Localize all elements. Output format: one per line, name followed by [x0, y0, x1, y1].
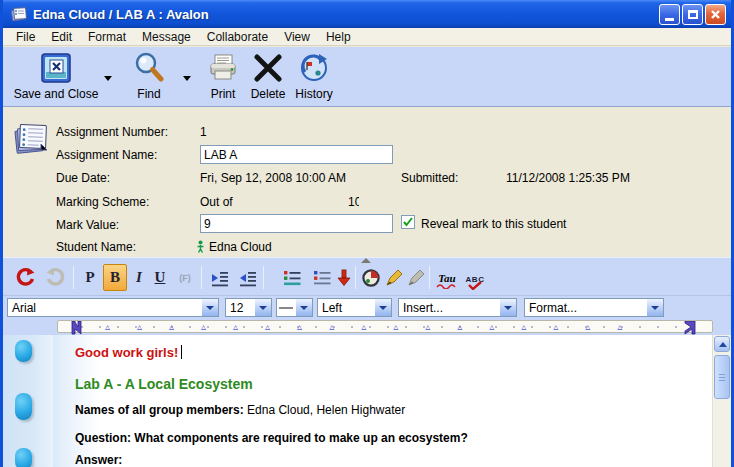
save-and-close-label: Save and Close [8, 87, 104, 101]
marking-scheme-value: Out of [200, 195, 233, 209]
assignment-notes-icon [11, 120, 51, 158]
insert-dropdown-icon [499, 299, 516, 316]
reveal-mark-label: Reveal mark to this student [421, 217, 566, 231]
italic-button[interactable]: I [129, 264, 149, 291]
history-icon [290, 49, 338, 87]
left-margin-marker[interactable] [71, 321, 83, 335]
student-person-icon [196, 240, 205, 253]
delete-icon [247, 49, 289, 87]
print-icon [200, 49, 246, 87]
window-title: Edna Cloud / LAB A : Avalon [33, 7, 209, 22]
assignment-name-input[interactable] [200, 145, 393, 164]
main-toolbar: Save and Close Find [3, 47, 731, 107]
save-options-dropdown[interactable] [102, 71, 114, 85]
answer-line: Answer: [75, 453, 122, 467]
font-size-select[interactable]: 12 [225, 298, 272, 317]
indent-increase-button[interactable] [207, 264, 233, 291]
menu-item-help[interactable]: Help [318, 30, 359, 44]
print-button[interactable]: Print [200, 49, 246, 105]
underline-button[interactable]: U [149, 264, 171, 291]
stationery-gem [15, 448, 32, 467]
font-color-select[interactable] [276, 298, 313, 317]
question-line: Question: What components are required t… [75, 431, 468, 445]
alignment-select[interactable]: Left [317, 298, 392, 317]
plain-style-button[interactable]: P [79, 264, 101, 291]
assignment-name-label: Assignment Name: [56, 148, 157, 162]
history-button[interactable]: History [290, 49, 338, 105]
teacher-comment: Good work girls! [75, 345, 182, 360]
gray-pen-icon [407, 268, 426, 287]
fixed-size-button[interactable]: (F) [171, 264, 199, 291]
insert-below-button[interactable] [334, 264, 354, 291]
scrollbar-thumb[interactable] [714, 355, 730, 399]
vertical-scrollbar[interactable] [712, 335, 731, 467]
minimize-icon [665, 18, 674, 21]
style-combo-bar: Arial 12 Left Insert... Format... [3, 296, 731, 319]
save-and-close-button[interactable]: Save and Close [8, 49, 104, 105]
menu-item-edit[interactable]: Edit [43, 30, 80, 44]
insert-signature-button[interactable]: Tau [433, 264, 461, 291]
menu-item-file[interactable]: File [8, 30, 43, 44]
format-select[interactable]: Format... [524, 298, 664, 317]
message-body-editor[interactable]: Good work girls! Lab A - A Local Ecosyst… [3, 335, 731, 467]
print-label: Print [200, 87, 246, 101]
stationery-gem [15, 340, 32, 362]
scroll-up-button[interactable] [714, 336, 730, 352]
right-margin-marker[interactable] [683, 321, 696, 335]
close-button[interactable] [705, 4, 726, 25]
menu-item-view[interactable]: View [276, 30, 318, 44]
assignment-form: Assignment Number: 1 Assignment Name: Du… [3, 108, 731, 257]
font-family-dropdown-icon [201, 299, 218, 316]
ruler-tab-stops[interactable]: ▵▵▵▵▵▵▵▵▵▵▵▵▵▵▵▵▵ [105, 320, 700, 333]
reveal-mark-checkbox[interactable] [401, 215, 415, 229]
undo-button[interactable] [12, 264, 38, 291]
submitted-label: Submitted: [401, 171, 458, 185]
quote-button[interactable] [383, 264, 405, 291]
due-date-label: Due Date: [56, 171, 110, 185]
delete-button[interactable]: Delete [247, 49, 289, 105]
menu-item-message[interactable]: Message [134, 30, 199, 44]
formatting-toolbar: P B I U (F) [3, 257, 731, 296]
spellcheck-button[interactable]: ABC [461, 264, 489, 291]
font-family-select[interactable]: Arial [7, 298, 219, 317]
embed-object-button[interactable] [359, 264, 383, 291]
bold-button[interactable]: B [103, 264, 127, 291]
marking-scheme-out-of-value: 10 [348, 195, 359, 209]
alignment-value: Left [318, 301, 374, 315]
indent-decrease-button[interactable] [235, 264, 261, 291]
save-and-close-icon [8, 49, 104, 87]
font-size-dropdown-icon [254, 299, 271, 316]
menu-item-collaborate[interactable]: Collaborate [199, 30, 276, 44]
toolbar-collapse-handle[interactable] [361, 258, 371, 263]
maximize-button[interactable] [682, 4, 703, 25]
bulleted-list-button[interactable] [279, 264, 305, 291]
redo-icon [45, 267, 66, 288]
menu-item-format[interactable]: Format [80, 30, 134, 44]
undo-icon [15, 267, 36, 288]
mark-value-label: Mark Value: [56, 218, 119, 232]
close-icon [710, 9, 721, 20]
stationery-gem [15, 393, 32, 420]
checkmark-icon [402, 216, 414, 228]
unquote-button[interactable] [405, 264, 427, 291]
find-button[interactable]: Find [122, 49, 176, 105]
alignment-dropdown-icon [374, 299, 391, 316]
redo-button[interactable] [42, 264, 68, 291]
indent-increase-icon [210, 268, 230, 288]
numbered-list-button[interactable] [309, 264, 335, 291]
indent-decrease-icon [238, 268, 258, 288]
minimize-button[interactable] [659, 4, 680, 25]
assignment-number-label: Assignment Number: [56, 125, 168, 139]
ruler[interactable]: ▵▵▵▵▵▵▵▵▵▵▵▵▵▵▵▵▵ [57, 320, 713, 333]
mark-value-input[interactable] [200, 214, 393, 233]
red-down-arrow-icon [335, 268, 353, 288]
font-color-swatch [279, 307, 293, 309]
submitted-value: 11/12/2008 1:25:35 PM [506, 171, 630, 185]
insert-select[interactable]: Insert... [398, 298, 517, 317]
find-options-dropdown[interactable] [181, 71, 193, 85]
target-icon [361, 268, 381, 288]
format-dropdown-icon [646, 299, 663, 316]
title-bar: Edna Cloud / LAB A : Avalon [3, 0, 731, 28]
lab-heading: Lab A - A Local Ecosystem [75, 376, 253, 392]
font-size-value: 12 [226, 301, 254, 315]
